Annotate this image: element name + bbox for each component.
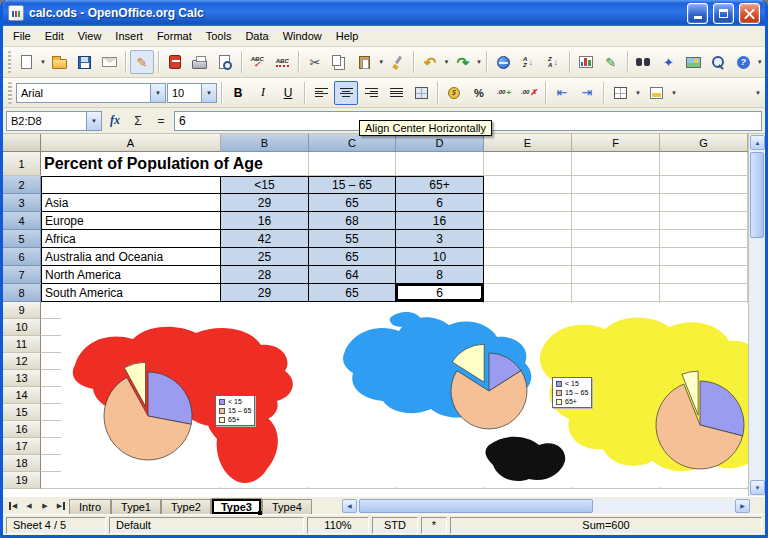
cell-b8[interactable]: 29 xyxy=(221,284,309,302)
italic-button[interactable]: I xyxy=(251,81,275,105)
menu-view[interactable]: View xyxy=(71,27,109,45)
align-right-button[interactable] xyxy=(359,81,383,105)
align-left-button[interactable] xyxy=(309,81,333,105)
status-modified-flag[interactable]: * xyxy=(421,517,447,534)
merge-cells-button[interactable] xyxy=(409,81,433,105)
row-header-8[interactable]: 8 xyxy=(3,284,41,302)
maximize-button[interactable] xyxy=(713,3,734,24)
spellcheck-button[interactable]: ABC✓ xyxy=(245,50,269,74)
cell-d4[interactable]: 16 xyxy=(396,212,484,230)
cell-b3[interactable]: 29 xyxy=(221,194,309,212)
sheet-tab-type1[interactable]: Type1 xyxy=(111,499,161,514)
sum-button[interactable]: Σ xyxy=(128,111,148,131)
paste-dropdown[interactable]: ▼ xyxy=(378,50,385,74)
column-header-b[interactable]: B xyxy=(221,134,309,152)
cell-b7[interactable]: 28 xyxy=(221,266,309,284)
font-size-dropdown[interactable]: ▼ xyxy=(201,84,216,102)
help-button[interactable]: ? xyxy=(731,50,755,74)
copy-button[interactable] xyxy=(328,50,352,74)
export-pdf-button[interactable] xyxy=(163,50,187,74)
font-name-combo[interactable]: Arial▼ xyxy=(16,83,166,103)
first-sheet-button[interactable]: ◀ xyxy=(5,497,21,514)
minimize-button[interactable] xyxy=(687,3,708,24)
format-paintbrush-button[interactable] xyxy=(385,50,409,74)
status-selection-mode[interactable]: STD xyxy=(372,517,418,534)
sheet-tab-type3-active[interactable]: Type3 xyxy=(211,498,262,514)
column-header-a[interactable]: A xyxy=(41,134,221,152)
row-header-19[interactable]: 19 xyxy=(3,472,41,489)
toolbar-overflow-button[interactable]: ▼ xyxy=(756,50,763,74)
next-sheet-button[interactable]: ▶ xyxy=(37,497,53,514)
chart-object[interactable]: < 15 15 – 65 65+ < 15 15 – 65 65+ xyxy=(61,303,748,487)
row-header-6[interactable]: 6 xyxy=(3,248,41,266)
paste-button[interactable] xyxy=(353,50,377,74)
row-header-18[interactable]: 18 xyxy=(3,455,41,472)
row-header-12[interactable]: 12 xyxy=(3,353,41,370)
name-box[interactable]: B2:D8▼ xyxy=(6,111,102,131)
toolbar-drag-handle[interactable] xyxy=(8,51,11,73)
column-header-c[interactable]: C xyxy=(309,134,396,152)
cell-b2[interactable]: <15 xyxy=(221,176,309,194)
menu-edit[interactable]: Edit xyxy=(38,27,71,45)
redo-dropdown[interactable]: ▼ xyxy=(476,50,483,74)
email-button[interactable] xyxy=(97,50,121,74)
row-header-15[interactable]: 15 xyxy=(3,404,41,421)
row-header-4[interactable]: 4 xyxy=(3,212,41,230)
status-zoom-level[interactable]: 110% xyxy=(307,517,369,534)
underline-button[interactable]: U xyxy=(276,81,300,105)
cell-a4[interactable]: Europe xyxy=(41,212,221,230)
scroll-up-button[interactable]: ▲ xyxy=(750,135,765,150)
cell-a8[interactable]: South America xyxy=(41,284,221,302)
function-wizard-button[interactable]: fx xyxy=(105,111,125,131)
background-color-button[interactable] xyxy=(644,81,668,105)
insert-chart-button[interactable] xyxy=(574,50,598,74)
row-header-7[interactable]: 7 xyxy=(3,266,41,284)
horizontal-scroll-thumb[interactable] xyxy=(359,499,593,513)
print-button[interactable] xyxy=(188,50,212,74)
column-header-g[interactable]: G xyxy=(660,134,748,152)
cell-a1-title[interactable]: Percent of Population of Age xyxy=(41,152,271,176)
cell-d8-active[interactable]: 6 xyxy=(396,284,484,302)
row-header-13[interactable]: 13 xyxy=(3,370,41,387)
cell-d5[interactable]: 3 xyxy=(396,230,484,248)
undo-dropdown[interactable]: ▼ xyxy=(443,50,450,74)
select-all-corner[interactable] xyxy=(3,134,41,152)
cell-b5[interactable]: 42 xyxy=(221,230,309,248)
cell-c5[interactable]: 55 xyxy=(309,230,396,248)
currency-format-button[interactable]: $ xyxy=(442,81,466,105)
decrease-indent-button[interactable]: ⇤ xyxy=(550,81,574,105)
hyperlink-button[interactable] xyxy=(491,50,515,74)
menu-insert[interactable]: Insert xyxy=(108,27,150,45)
last-sheet-button[interactable]: ▶ xyxy=(53,497,69,514)
formula-button[interactable]: = xyxy=(151,111,171,131)
name-box-dropdown[interactable]: ▼ xyxy=(86,112,101,130)
navigator-button[interactable]: ✦ xyxy=(656,50,680,74)
row-header-11[interactable]: 11 xyxy=(3,336,41,353)
borders-dropdown[interactable]: ▼ xyxy=(633,81,643,105)
horizontal-scroll-track[interactable] xyxy=(357,499,735,513)
title-bar[interactable]: calc.ods - OpenOffice.org Calc xyxy=(3,0,765,26)
menu-tools[interactable]: Tools xyxy=(199,27,239,45)
save-button[interactable] xyxy=(72,50,96,74)
gallery-button[interactable] xyxy=(681,50,705,74)
font-name-dropdown[interactable]: ▼ xyxy=(150,84,165,102)
vertical-scroll-track[interactable] xyxy=(749,151,765,479)
column-header-f[interactable]: F xyxy=(572,134,660,152)
show-draw-functions-button[interactable]: ✎ xyxy=(599,50,623,74)
borders-button[interactable] xyxy=(608,81,632,105)
menu-format[interactable]: Format xyxy=(150,27,199,45)
cell-c2[interactable]: 15 – 65 xyxy=(309,176,396,194)
row-header-9[interactable]: 9 xyxy=(3,302,41,319)
delete-decimal-button[interactable]: .00✗ xyxy=(517,81,541,105)
row-header-3[interactable]: 3 xyxy=(3,194,41,212)
cell-c8[interactable]: 65 xyxy=(309,284,396,302)
zoom-button[interactable] xyxy=(706,50,730,74)
add-decimal-button[interactable]: .00+ xyxy=(492,81,516,105)
open-button[interactable] xyxy=(47,50,71,74)
background-color-dropdown[interactable]: ▼ xyxy=(669,81,679,105)
status-sheet-position[interactable]: Sheet 4 / 5 xyxy=(6,517,106,534)
cell-b4[interactable]: 16 xyxy=(221,212,309,230)
sort-descending-button[interactable]: ZA↓ xyxy=(541,50,565,74)
previous-sheet-button[interactable]: ◀ xyxy=(21,497,37,514)
cell-c4[interactable]: 68 xyxy=(309,212,396,230)
